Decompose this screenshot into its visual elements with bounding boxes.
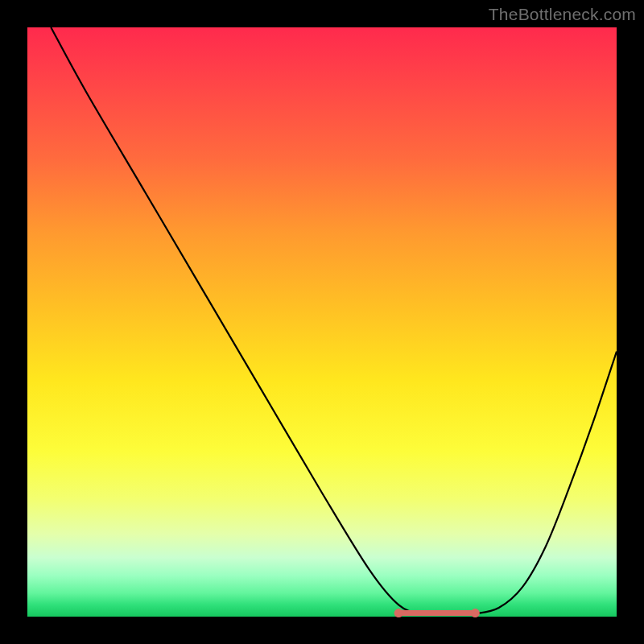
flat-bottom-marker-dot-right bbox=[471, 609, 480, 617]
chart-frame: TheBottleneck.com bbox=[0, 0, 644, 644]
bottleneck-curve-path bbox=[51, 27, 617, 615]
flat-bottom-marker-dot-left bbox=[394, 609, 403, 617]
curve-svg bbox=[27, 27, 617, 617]
watermark-text: TheBottleneck.com bbox=[489, 5, 636, 24]
plot-area bbox=[27, 27, 617, 617]
